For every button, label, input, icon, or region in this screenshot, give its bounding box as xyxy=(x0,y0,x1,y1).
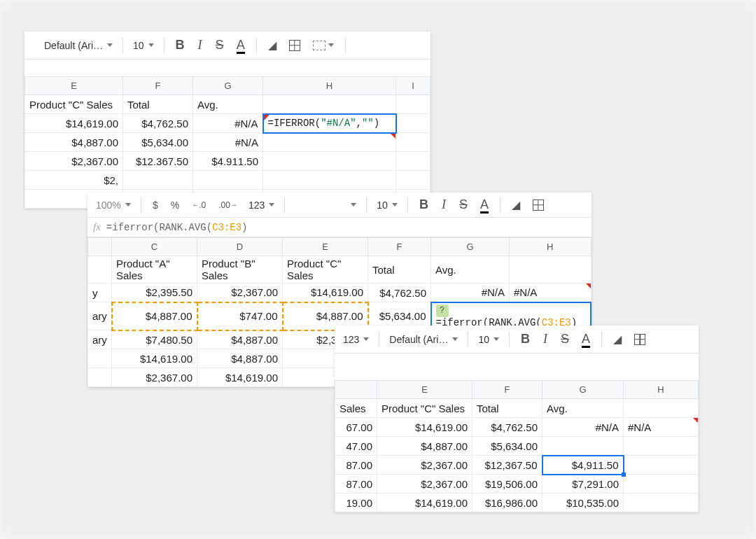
cell[interactable] xyxy=(263,133,396,152)
size-select[interactable]: 10 xyxy=(129,37,158,54)
zoom-select[interactable]: 100% xyxy=(92,197,135,214)
cell[interactable]: Avg. xyxy=(542,399,624,418)
help-icon[interactable]: ? xyxy=(436,304,449,317)
cell[interactable]: Product "A" Sales xyxy=(112,256,197,284)
col-header[interactable]: C xyxy=(112,238,197,256)
cell[interactable]: $747.00 xyxy=(197,302,283,330)
cell[interactable]: $4,762.50 xyxy=(368,284,431,302)
cell[interactable]: #N/A xyxy=(624,418,699,437)
cell[interactable]: Product "C" Sales xyxy=(25,95,123,114)
cell[interactable]: $14,619.00 xyxy=(377,418,472,437)
col-header[interactable]: D xyxy=(197,238,283,256)
fill-color-button[interactable]: ◢ xyxy=(608,328,627,350)
strike-button[interactable]: S xyxy=(555,328,575,351)
cell[interactable]: $2, xyxy=(25,171,123,190)
cell[interactable]: 87.00 xyxy=(335,456,377,475)
borders-button[interactable] xyxy=(284,36,306,55)
cell[interactable]: $12,367.50 xyxy=(472,456,542,475)
percent-button[interactable]: % xyxy=(165,195,185,215)
cell[interactable]: $10,535.00 xyxy=(542,493,624,512)
cell[interactable]: $4,887.00 xyxy=(112,302,197,330)
cell[interactable]: $4,762.50 xyxy=(123,114,193,133)
cell[interactable]: $14,619.00 xyxy=(283,284,368,302)
strike-button[interactable]: S xyxy=(210,34,230,57)
cell[interactable] xyxy=(193,171,263,190)
cell[interactable]: $12.367.50 xyxy=(123,152,193,171)
cell[interactable]: $7,480.50 xyxy=(112,330,197,349)
cell[interactable]: $14,619.00 xyxy=(112,349,197,368)
cell[interactable]: $14,619.00 xyxy=(25,114,123,133)
cell[interactable]: ary xyxy=(88,330,112,349)
fill-color-button[interactable]: ◢ xyxy=(262,34,282,56)
col-header[interactable]: H xyxy=(510,238,592,256)
text-color-button[interactable]: A xyxy=(475,193,494,216)
cell[interactable] xyxy=(624,493,699,512)
size-select[interactable]: 10 xyxy=(372,197,402,214)
dec-decrease-button[interactable]: ←.0 xyxy=(186,196,211,214)
cell[interactable]: $5,634.00 xyxy=(123,133,193,152)
col-header[interactable]: E xyxy=(377,381,472,399)
selected-cell[interactable]: $4,911.50 xyxy=(542,456,624,475)
bold-button[interactable]: B xyxy=(170,34,190,57)
font-select[interactable]: Default (Ari… xyxy=(40,37,117,54)
cell[interactable]: $2,367.00 xyxy=(112,368,197,387)
cell[interactable]: $4,887.00 xyxy=(377,437,472,456)
cell[interactable] xyxy=(263,95,396,114)
cell[interactable] xyxy=(624,399,699,418)
currency-button[interactable]: $ xyxy=(147,195,164,215)
col-header[interactable]: I xyxy=(396,77,430,95)
cell[interactable]: #N/A xyxy=(510,284,592,302)
font-select[interactable] xyxy=(290,200,360,209)
cell[interactable]: $2,367.00 xyxy=(25,152,123,171)
cell[interactable] xyxy=(624,437,699,456)
format-select[interactable]: 123 xyxy=(339,331,373,348)
cell[interactable]: $2,367.00 xyxy=(197,284,283,302)
cell[interactable] xyxy=(510,256,592,284)
cell[interactable]: $16,986.00 xyxy=(472,493,542,512)
cell[interactable]: 47.00 xyxy=(335,437,377,456)
col-header[interactable]: E xyxy=(25,77,123,95)
text-color-button[interactable]: A xyxy=(576,328,596,351)
cell[interactable]: Product "C" Sales xyxy=(283,256,368,284)
cell[interactable] xyxy=(263,171,396,190)
cell[interactable]: $14,619.00 xyxy=(197,368,283,387)
cell[interactable]: #N/A xyxy=(193,114,263,133)
cell[interactable]: #N/A xyxy=(193,133,263,152)
borders-button[interactable] xyxy=(629,330,651,349)
cell[interactable] xyxy=(88,256,112,284)
cell[interactable]: $4,887.00 xyxy=(25,133,123,152)
col-header[interactable]: F xyxy=(368,238,431,256)
col-header[interactable]: G xyxy=(193,77,263,95)
dec-increase-button[interactable]: .00→ xyxy=(213,196,243,214)
cell[interactable] xyxy=(88,368,112,387)
borders-button[interactable] xyxy=(527,195,550,215)
cell[interactable] xyxy=(396,152,430,171)
italic-button[interactable]: I xyxy=(192,34,209,57)
cell[interactable]: $4.911.50 xyxy=(193,152,263,171)
cell[interactable] xyxy=(123,171,193,190)
cell[interactable]: Total xyxy=(472,399,542,418)
cell[interactable]: Product "C" Sales xyxy=(377,399,472,418)
formula-cell[interactable]: =IFERROR("#N/A","") xyxy=(263,114,396,133)
col-header[interactable]: G xyxy=(542,381,624,399)
cell[interactable]: $19,506.00 xyxy=(472,475,542,493)
cell[interactable] xyxy=(396,171,430,190)
col-header[interactable]: F xyxy=(123,77,193,95)
cell[interactable] xyxy=(88,349,112,368)
col-header[interactable]: E xyxy=(283,238,368,256)
cell[interactable]: 67.00 xyxy=(335,418,377,437)
cell[interactable]: #N/A xyxy=(431,284,510,302)
col-header[interactable]: G xyxy=(431,238,510,256)
cell[interactable] xyxy=(396,114,430,133)
cell[interactable] xyxy=(542,437,624,456)
cell[interactable]: ary xyxy=(88,302,112,330)
cell[interactable]: $14,619.00 xyxy=(377,493,472,512)
fill-color-button[interactable]: ◢ xyxy=(506,194,526,216)
cell[interactable] xyxy=(396,133,430,152)
text-color-button[interactable]: A xyxy=(231,34,251,57)
cell[interactable]: $5,634.00 xyxy=(472,437,542,456)
cell[interactable]: $7,291.00 xyxy=(542,475,624,493)
cell[interactable]: $2,367.00 xyxy=(377,456,472,475)
cell[interactable]: Total xyxy=(368,256,431,284)
col-header[interactable]: H xyxy=(263,77,396,95)
